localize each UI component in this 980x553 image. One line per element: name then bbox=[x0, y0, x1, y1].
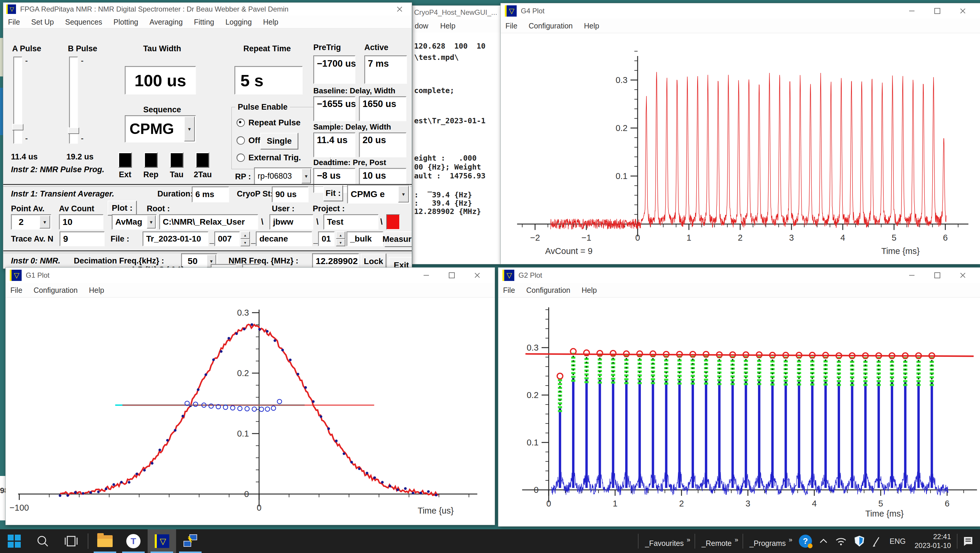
trace-av-field[interactable]: 9 bbox=[60, 232, 105, 246]
start-button[interactable] bbox=[0, 529, 29, 553]
a-pulse-slider[interactable] bbox=[13, 57, 22, 144]
network-tray-button[interactable] bbox=[835, 536, 847, 546]
trace-av-label: Trace Av. N bbox=[11, 234, 53, 244]
chevron-right-icon[interactable]: » bbox=[687, 536, 690, 544]
user-field[interactable]: jbww bbox=[269, 214, 313, 230]
fit-select[interactable]: CPMG e▼ bbox=[347, 184, 410, 203]
spin-up-icon[interactable]: ▲ bbox=[336, 232, 345, 239]
radio-external-trig[interactable]: External Trig. bbox=[237, 153, 301, 162]
notification-center-button[interactable] bbox=[962, 535, 974, 547]
spin-down-icon[interactable]: ▼ bbox=[336, 239, 345, 246]
baseline-delay-field[interactable]: −1655 us bbox=[313, 96, 355, 121]
repeat-time-field[interactable]: 5 s bbox=[234, 66, 303, 95]
root-field[interactable]: C:\NMR\_Relax_User bbox=[159, 214, 258, 230]
menu-item-file[interactable]: File bbox=[8, 18, 20, 26]
av-count-field[interactable]: 10 bbox=[59, 214, 103, 230]
project-color-button[interactable] bbox=[386, 214, 400, 230]
active-field[interactable]: 7 ms bbox=[364, 56, 407, 84]
menu-item-plotting[interactable]: Plotting bbox=[113, 18, 138, 26]
file-num2-spinner[interactable]: ▲▼ bbox=[336, 232, 345, 246]
b-pulse-slider-handle[interactable] bbox=[68, 127, 79, 134]
project-field[interactable]: Test bbox=[323, 214, 379, 230]
radio-off[interactable]: Off bbox=[237, 136, 260, 145]
b-pulse-slider[interactable] bbox=[69, 57, 78, 144]
menu-item-help[interactable]: Help bbox=[263, 18, 278, 26]
toolbar-programs[interactable]: _Programs» bbox=[745, 535, 795, 548]
repeat-time-label: Repeat Time bbox=[232, 44, 303, 53]
sample-delay-field[interactable]: 11.4 us bbox=[313, 132, 355, 157]
file-explorer-button[interactable] bbox=[91, 529, 119, 553]
cryop-st-field[interactable]: 90 us bbox=[272, 186, 309, 202]
security-tray-button[interactable] bbox=[854, 535, 865, 547]
point-av-select[interactable]: 2▼ bbox=[11, 214, 51, 230]
2tau-label: 2Tau bbox=[192, 170, 213, 179]
tray-expand-button[interactable] bbox=[819, 538, 828, 544]
instr0-label: Instr 0: NMR. bbox=[11, 256, 60, 265]
spin-up-icon[interactable]: ▲ bbox=[240, 232, 250, 239]
menu-item-help[interactable]: Help bbox=[440, 22, 455, 30]
tau-width-field[interactable]: 100 us bbox=[125, 66, 196, 95]
plot-mode-select[interactable]: AvMag▼ bbox=[112, 214, 157, 230]
dropdown-arrow-icon[interactable]: ▼ bbox=[40, 215, 50, 229]
toolbar-remote[interactable]: _Remote» bbox=[696, 535, 741, 548]
menu-item-window-fragment[interactable]: dow bbox=[415, 22, 428, 30]
sequence-select[interactable]: CPMG▼ bbox=[125, 115, 196, 143]
language-indicator[interactable]: ENG bbox=[889, 537, 905, 546]
file-base-field[interactable]: Tr_2023-01-10 bbox=[143, 232, 208, 246]
fit-button[interactable]: Fit : bbox=[323, 185, 343, 201]
baseline-width-field[interactable]: 1650 us bbox=[359, 96, 406, 121]
nmr-app-button[interactable]: ▽ bbox=[148, 529, 176, 553]
baseline-label: Baseline: Delay, Width bbox=[313, 86, 395, 95]
menu-item-set-up[interactable]: Set Up bbox=[31, 18, 54, 26]
pulse-enable-label: Pulse Enable bbox=[235, 103, 290, 112]
nmr-freq-field[interactable]: 12.289902 bbox=[312, 253, 359, 269]
rep-label: Rep bbox=[142, 170, 160, 179]
console-line: eight : .000 bbox=[414, 154, 477, 162]
remote-app-button[interactable] bbox=[176, 529, 205, 553]
help-tray-button[interactable]: ? bbox=[799, 535, 812, 548]
menu-item-fitting[interactable]: Fitting bbox=[194, 18, 214, 26]
svg-text:AvCount = 9: AvCount = 9 bbox=[545, 246, 593, 256]
teams-button[interactable]: T bbox=[119, 529, 148, 553]
plot-button[interactable]: Plot : bbox=[108, 201, 137, 215]
file-num-field[interactable]: 007 bbox=[214, 232, 240, 246]
single-button[interactable]: Single bbox=[260, 133, 298, 149]
spin-down-icon[interactable]: ▼ bbox=[240, 239, 250, 246]
duration-field[interactable]: 6 ms bbox=[192, 186, 229, 202]
titlebar[interactable]: CryoP4_Host_NewGUI_... bbox=[412, 6, 501, 19]
dropdown-arrow-icon[interactable]: ▼ bbox=[147, 215, 156, 229]
clock-date: 2023-01-10 bbox=[915, 541, 951, 550]
pen-tray-button[interactable] bbox=[872, 536, 882, 547]
svg-text:5: 5 bbox=[878, 499, 883, 508]
close-button[interactable] bbox=[395, 5, 404, 14]
b-pulse-value: 19.2 us bbox=[67, 153, 94, 162]
chevron-right-icon[interactable]: » bbox=[789, 536, 792, 544]
file-num2-field[interactable]: 01 bbox=[318, 232, 335, 246]
exit-button[interactable]: Exit bbox=[389, 257, 412, 269]
svg-text:0: 0 bbox=[257, 503, 261, 512]
measure-button[interactable]: Measure bbox=[385, 232, 412, 247]
dropdown-arrow-icon[interactable]: ▼ bbox=[398, 186, 409, 202]
sample-width-field[interactable]: 20 us bbox=[359, 132, 406, 157]
file-sample-field[interactable]: decane bbox=[256, 232, 312, 246]
svg-text:0.3: 0.3 bbox=[237, 308, 249, 318]
pretrig-field[interactable]: −1700 us bbox=[313, 56, 355, 84]
task-view-button[interactable] bbox=[57, 529, 85, 553]
radio-repeat-pulse[interactable]: Repeat Pulse bbox=[237, 118, 301, 127]
search-button[interactable] bbox=[29, 529, 57, 553]
menu-item-sequences[interactable]: Sequences bbox=[65, 18, 102, 26]
file-num-spinner[interactable]: ▲▼ bbox=[240, 232, 250, 246]
a-pulse-value: 11.4 us bbox=[11, 153, 38, 162]
a-pulse-slider-handle[interactable] bbox=[12, 124, 24, 130]
chevron-right-icon[interactable]: » bbox=[735, 536, 738, 544]
menu-item-logging[interactable]: Logging bbox=[225, 18, 252, 26]
dropdown-arrow-icon[interactable]: ▼ bbox=[301, 168, 311, 183]
file-suffix-field[interactable]: _bulk bbox=[347, 232, 383, 246]
toolbar-favourites[interactable]: _Favourites» bbox=[640, 535, 694, 548]
titlebar[interactable]: ▽ FPGA RedPitaya NMR : NMR Digital Spect… bbox=[3, 3, 412, 16]
lock-button[interactable]: Lock bbox=[361, 253, 386, 269]
clock[interactable]: 22:41 2023-01-10 bbox=[915, 532, 951, 550]
rp-select[interactable]: rp-f06803▼ bbox=[254, 167, 312, 184]
dropdown-arrow-icon[interactable]: ▼ bbox=[184, 116, 195, 141]
menu-item-averaging[interactable]: Averaging bbox=[150, 18, 183, 26]
